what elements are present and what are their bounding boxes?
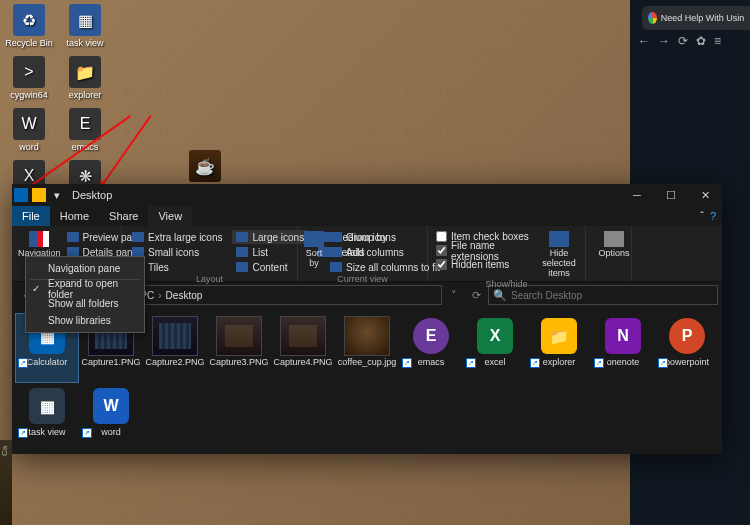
file-item[interactable]: Capture4.PNG (272, 314, 334, 382)
file-item-label: excel (484, 358, 505, 368)
back-icon[interactable]: ← (638, 34, 650, 48)
shortcut-overlay-icon: ↗ (466, 358, 476, 368)
file-item-label: Capture1.PNG (81, 358, 140, 368)
file-item-label: powerpoint (665, 358, 709, 368)
shortcut-overlay-icon: ↗ (658, 358, 668, 368)
file-item-label: Capture3.PNG (209, 358, 268, 368)
file-item[interactable]: E↗emacs (400, 314, 462, 382)
file-item[interactable]: N↗onenote (592, 314, 654, 382)
refresh-button[interactable]: ⟳ (466, 289, 486, 302)
file-item[interactable]: X↗excel (464, 314, 526, 382)
desktop-icon[interactable]: Wword (4, 108, 54, 152)
tab-home[interactable]: Home (50, 206, 99, 226)
shortcut-overlay-icon: ↗ (594, 358, 604, 368)
ribbon-group-label: Layout (128, 274, 291, 284)
tab-file[interactable]: File (12, 206, 50, 226)
shortcut-overlay-icon: ↗ (82, 428, 92, 438)
ribbon-tabs: File Home Share View ˆ ? (12, 206, 722, 226)
desktop-glyph-icon: > (13, 56, 45, 88)
desktop-glyph-icon: E (69, 108, 101, 140)
file-item[interactable]: 📁↗explorer (528, 314, 590, 382)
dropdown-show-libraries[interactable]: Show libraries (26, 312, 144, 329)
collapse-ribbon-icon[interactable]: ˆ (700, 210, 704, 222)
file-item[interactable]: coffee_cup.jpg (336, 314, 398, 382)
dropdown-expand-folder[interactable]: Expand to open folder (26, 282, 144, 295)
extension-icon[interactable]: ✿ (696, 34, 706, 48)
menu-icon[interactable]: ≡ (714, 34, 721, 48)
file-item-label: Capture2.PNG (145, 358, 204, 368)
search-input[interactable] (511, 290, 713, 301)
help-icon[interactable]: ? (710, 210, 716, 222)
options-button[interactable]: Options (592, 228, 636, 259)
refresh-icon[interactable]: ⟳ (678, 34, 688, 48)
window-edge-left: Ca (0, 440, 12, 525)
size-columns-button[interactable]: Size all columns to fit (326, 260, 444, 274)
chrome-favicon (648, 12, 657, 24)
navigation-pane-dropdown: Navigation pane Expand to open folder Sh… (25, 256, 145, 333)
search-icon: 🔍 (493, 289, 507, 302)
file-item-label: emacs (418, 358, 445, 368)
desktop-glyph-icon: ▦ (69, 4, 101, 36)
file-item-label: word (101, 428, 121, 438)
desktop-icon[interactable]: 📁explorer (60, 56, 110, 100)
layout-content[interactable]: Content (232, 260, 308, 274)
shortcut-overlay-icon: ↗ (18, 358, 28, 368)
desktop-icon[interactable]: >cygwin64 (4, 56, 54, 100)
dropdown-icon[interactable]: ˅ (444, 289, 464, 302)
desktop-glyph-icon: W (13, 108, 45, 140)
layout-xl-icons[interactable]: Extra large icons (128, 230, 226, 244)
shortcut-overlay-icon: ↗ (402, 358, 412, 368)
crumb-desktop[interactable]: Desktop (166, 290, 203, 301)
file-item[interactable]: Capture3.PNG (208, 314, 270, 382)
file-item-label: explorer (543, 358, 576, 368)
shortcut-overlay-icon: ↗ (18, 428, 28, 438)
layout-large-icons[interactable]: Large icons (232, 230, 308, 244)
minimize-button[interactable]: ─ (620, 184, 654, 206)
file-item-label: Capture4.PNG (273, 358, 332, 368)
file-extensions-toggle[interactable]: File name extensions (434, 244, 537, 257)
window-title: Desktop (72, 189, 112, 201)
layout-list[interactable]: List (232, 245, 308, 259)
file-item[interactable]: W↗word (80, 384, 142, 452)
hide-selected-button[interactable]: Hide selected items (539, 228, 579, 279)
desktop-icon-label: explorer (69, 90, 102, 100)
desktop-icon[interactable]: ♻Recycle Bin (4, 4, 54, 48)
chrome-toolbar: ← → ⟳ ✿ ≡ (632, 30, 750, 52)
qat-icon[interactable] (32, 188, 46, 202)
maximize-button[interactable]: ☐ (654, 184, 688, 206)
tab-view[interactable]: View (148, 206, 192, 226)
titlebar[interactable]: ▾ Desktop ─ ☐ ✕ (12, 184, 722, 206)
forward-icon[interactable]: → (658, 34, 670, 48)
tab-share[interactable]: Share (99, 206, 148, 226)
group-by-button[interactable]: Group by (326, 230, 444, 244)
app-icon (14, 188, 28, 202)
chrome-tab[interactable]: Need Help With Using File E (642, 6, 750, 30)
file-item-label: task view (28, 428, 65, 438)
add-columns-button[interactable]: Add columns (326, 245, 444, 259)
dropdown-show-all-folders[interactable]: Show all folders (26, 295, 144, 312)
dropdown-nav-pane[interactable]: Navigation pane (26, 260, 144, 277)
file-item-label: Calculator (27, 358, 68, 368)
close-button[interactable]: ✕ (688, 184, 722, 206)
desktop-icon-label: Recycle Bin (5, 38, 53, 48)
chrome-tab-title: Need Help With Using File E (661, 13, 744, 23)
hidden-items-toggle[interactable]: Hidden items (434, 258, 537, 271)
ribbon-group-label: Show/hide (434, 279, 579, 289)
shortcut-overlay-icon: ↗ (530, 358, 540, 368)
file-item[interactable]: Capture2.PNG (144, 314, 206, 382)
qat-dropdown-icon[interactable]: ▾ (50, 188, 64, 202)
desktop-icon-label: word (19, 142, 39, 152)
desktop-icon-label: cygwin64 (10, 90, 48, 100)
desktop-icon[interactable]: ▦task view (60, 4, 110, 48)
file-item-label: coffee_cup.jpg (338, 358, 396, 368)
desktop-glyph-icon: 📁 (69, 56, 101, 88)
breadcrumb[interactable]: 💻 › PC › Desktop (112, 285, 442, 305)
desktop-glyph-icon: ♻ (13, 4, 45, 36)
sort-by-button[interactable]: Sort by (304, 228, 324, 274)
ribbon-group-label: Current view (304, 274, 421, 284)
desktop-icon-label: task view (66, 38, 103, 48)
file-item[interactable]: ▦↗task view (16, 384, 78, 452)
file-item-label: onenote (607, 358, 640, 368)
file-item[interactable]: P↗powerpoint (656, 314, 718, 382)
